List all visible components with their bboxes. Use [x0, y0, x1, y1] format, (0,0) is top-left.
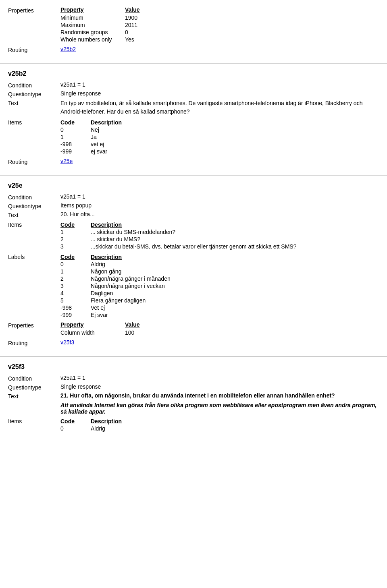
condition-value-v25e: v25a1 = 1 [60, 193, 379, 201]
props-row-v25e: Properties Property Value Column width 1… [8, 321, 379, 337]
routing-label-0: Routing [8, 46, 60, 53]
table-row: 1 Ja [60, 134, 138, 141]
top-properties-content: Property Value Minimum 1900 Maximum 2011… [60, 6, 379, 43]
labels-row-v25e: Labels Code Description 0 Aldrig 1 [8, 253, 379, 319]
items-label-v25e: Items [8, 221, 60, 251]
questiontype-label-v25f3: Questiontype [8, 383, 60, 391]
prop-minimum: Minimum 1900 [60, 14, 379, 21]
condition-label: Condition [8, 81, 60, 89]
condition-label-v25f3: Condition [8, 375, 60, 382]
table-row: 0 Aldrig [60, 425, 138, 433]
questiontype-label-v25e: Questiontype [8, 202, 60, 209]
props-content-v25e: Property Value Column width 100 [60, 321, 379, 337]
items-header-row: Code Description [60, 119, 138, 126]
items-content-v25e: Code Description 1 ... skickar du SMS-me… [60, 221, 379, 251]
prop-randomise: Randomise groups 0 [60, 29, 379, 35]
items-table-v25e: Code Description 1 ... skickar du SMS-me… [60, 222, 312, 251]
desc-header-v25e: Description [91, 222, 312, 229]
section-v25b2: v25b2 Condition v25a1 = 1 Questiontype S… [0, 64, 387, 176]
items-content-v25f3: Code Description 0 Aldrig [60, 417, 379, 433]
table-row: -998 Vet ej [60, 304, 187, 312]
routing-row-0: Routing v25b2 [8, 46, 379, 53]
text-value-v25e: 20. Hur ofta... [60, 211, 379, 218]
table-row: 0 Nej [60, 126, 138, 134]
val-col-header-v25e: Value [125, 321, 140, 328]
props-label-v25e: Properties [8, 321, 60, 337]
table-row: 3 Någon/några gånger i veckan [60, 283, 187, 290]
labels-code-header: Code [60, 254, 91, 261]
items-header-row-v25f3: Code Description [60, 418, 138, 425]
routing-label-v25e: Routing [8, 339, 60, 346]
condition-value-v25f3: v25a1 = 1 [60, 375, 379, 382]
table-row: 2 Någon/några gånger i månaden [60, 275, 187, 283]
top-properties-row: Properties Property Value Minimum 1900 M… [8, 6, 379, 43]
prop-whole-numbers: Whole numbers only Yes [60, 36, 379, 43]
items-label-v25f3: Items [8, 417, 60, 433]
column-width-row: Column width 100 [60, 329, 379, 336]
routing-value-v25e[interactable]: v25f3 [60, 339, 379, 346]
desc-header-v25f3: Description [91, 418, 138, 425]
code-header-v25e: Code [60, 222, 91, 229]
prop-header: Property Value [60, 6, 379, 13]
text-label-v25e: Text [8, 211, 60, 218]
code-header-v25f3: Code [60, 418, 91, 425]
items-header-row-v25e: Code Description [60, 222, 312, 229]
text-value-v25f3: 21. Hur ofta, om någonsin, brukar du anv… [60, 392, 379, 415]
top-section: Properties Property Value Minimum 1900 M… [0, 0, 387, 64]
routing-row-v25e: Routing v25f3 [8, 339, 379, 346]
v25e-title: v25e [8, 182, 379, 189]
routing-value-v25b2[interactable]: v25e [60, 158, 379, 165]
table-row: 0 Aldrig [60, 261, 187, 268]
text-row-v25b2: Text En typ av mobiltelefon, är så kalla… [8, 99, 379, 116]
condition-row-v25b2: Condition v25a1 = 1 [8, 81, 379, 89]
labels-header-row: Code Description [60, 254, 187, 261]
questiontype-row-v25e: Questiontype Items popup [8, 202, 379, 209]
items-row-v25f3: Items Code Description 0 Aldrig [8, 417, 379, 433]
routing-label-v25b2: Routing [8, 158, 60, 165]
questiontype-label: Questiontype [8, 90, 60, 97]
property-col-header: Property [60, 6, 125, 13]
text-label: Text [8, 99, 60, 116]
value-col-header: Value [125, 6, 140, 13]
props-header-v25e: Property Value [60, 321, 379, 328]
v25f3-title: v25f3 [8, 363, 379, 371]
table-row: 3 ...skickar du betal-SMS, dvs. betalar … [60, 243, 312, 251]
questiontype-row-v25f3: Questiontype Single response [8, 383, 379, 391]
items-row-v25e: Items Code Description 1 ... skickar du … [8, 221, 379, 251]
table-row: 1 ... skickar du SMS-meddelanden? [60, 229, 312, 236]
prop-maximum: Maximum 2011 [60, 22, 379, 28]
table-row: 4 Dagligen [60, 290, 187, 297]
questiontype-row-v25b2: Questiontype Single response [8, 90, 379, 97]
labels-table-v25e: Code Description 0 Aldrig 1 Någon gång 2 [60, 254, 187, 319]
routing-value-0[interactable]: v25b2 [60, 46, 379, 53]
code-header: Code [60, 119, 91, 126]
labels-label-v25e: Labels [8, 253, 60, 319]
table-row: -999 Ej svar [60, 312, 187, 319]
table-row: -998 vet ej [60, 141, 138, 148]
text-row-v25e: Text 20. Hur ofta... [8, 211, 379, 218]
items-table-v25f3: Code Description 0 Aldrig [60, 418, 138, 433]
labels-content-v25e: Code Description 0 Aldrig 1 Någon gång 2 [60, 253, 379, 319]
section-v25f3: v25f3 Condition v25a1 = 1 Questiontype S… [0, 357, 387, 442]
v25b2-title: v25b2 [8, 70, 379, 77]
properties-label: Properties [8, 6, 60, 43]
items-row-v25b2: Items Code Description 0 Nej 1 Ja [8, 118, 379, 155]
questiontype-value-v25e: Items popup [60, 202, 379, 209]
section-v25e: v25e Condition v25a1 = 1 Questiontype It… [0, 176, 387, 357]
questiontype-value: Single response [60, 90, 379, 97]
routing-row-v25b2: Routing v25e [8, 158, 379, 165]
questiontype-value-v25f3: Single response [60, 383, 379, 391]
table-row: 1 Någon gång [60, 268, 187, 275]
items-table-v25b2: Code Description 0 Nej 1 Ja -998 [60, 119, 138, 155]
table-row: 5 Flera gånger dagligen [60, 297, 187, 304]
description-header: Description [91, 119, 138, 126]
condition-row-v25f3: Condition v25a1 = 1 [8, 375, 379, 382]
labels-desc-header: Description [91, 254, 187, 261]
text-label-v25f3: Text [8, 392, 60, 415]
condition-label-v25e: Condition [8, 193, 60, 201]
prop-col-header-v25e: Property [60, 321, 125, 328]
text-value: En typ av mobiltelefon, är så kallade sm… [60, 99, 379, 116]
items-label: Items [8, 118, 60, 155]
table-row: -999 ej svar [60, 148, 138, 155]
table-row: 2 ... skickar du MMS? [60, 236, 312, 243]
